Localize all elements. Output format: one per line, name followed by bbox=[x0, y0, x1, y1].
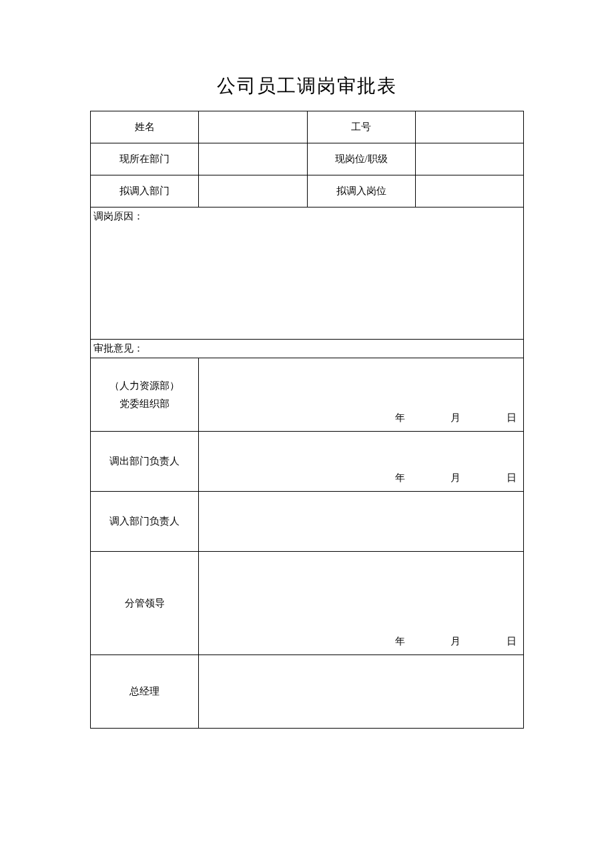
row-target: 拟调入部门 拟调入岗位 bbox=[91, 175, 524, 207]
row-reason-label: 调岗原因： bbox=[91, 207, 524, 226]
row-out-dept: 调出部门负责人 年 月 日 bbox=[91, 432, 524, 492]
approval-form-table: 姓名 工号 现所在部门 现岗位/职级 拟调入部门 拟调入岗位 调岗原因： 审批意… bbox=[90, 111, 524, 729]
name-value[interactable] bbox=[199, 111, 307, 143]
hr-label-line2: 党委组织部 bbox=[119, 398, 170, 409]
in-dept-label: 调入部门负责人 bbox=[91, 492, 199, 552]
row-name-id: 姓名 工号 bbox=[91, 111, 524, 143]
gm-label: 总经理 bbox=[91, 655, 199, 729]
page-title: 公司员工调岗审批表 bbox=[90, 73, 524, 99]
leader-signature-area[interactable]: 年 月 日 bbox=[199, 552, 524, 655]
approval-label: 审批意见： bbox=[91, 340, 524, 358]
out-dept-date-line: 年 月 日 bbox=[352, 472, 517, 484]
row-leader: 分管领导 年 月 日 bbox=[91, 552, 524, 655]
id-label: 工号 bbox=[307, 111, 415, 143]
row-reason-body bbox=[91, 226, 524, 340]
target-pos-label: 拟调入岗位 bbox=[307, 175, 415, 207]
target-dept-value[interactable] bbox=[199, 175, 307, 207]
reason-body[interactable] bbox=[91, 226, 524, 340]
name-label: 姓名 bbox=[91, 111, 199, 143]
current-dept-label: 现所在部门 bbox=[91, 143, 199, 175]
hr-date-line: 年 月 日 bbox=[352, 412, 517, 424]
in-dept-signature-area[interactable] bbox=[199, 492, 524, 552]
row-approval-label: 审批意见： bbox=[91, 340, 524, 358]
hr-label-line1: （人力资源部） bbox=[109, 380, 180, 391]
row-gm: 总经理 bbox=[91, 655, 524, 729]
out-dept-signature-area[interactable]: 年 月 日 bbox=[199, 432, 524, 492]
hr-label: （人力资源部） 党委组织部 bbox=[91, 358, 199, 432]
target-dept-label: 拟调入部门 bbox=[91, 175, 199, 207]
current-pos-value[interactable] bbox=[415, 143, 523, 175]
current-dept-value[interactable] bbox=[199, 143, 307, 175]
leader-label: 分管领导 bbox=[91, 552, 199, 655]
out-dept-label: 调出部门负责人 bbox=[91, 432, 199, 492]
row-in-dept: 调入部门负责人 bbox=[91, 492, 524, 552]
reason-label: 调岗原因： bbox=[91, 207, 524, 226]
row-current: 现所在部门 现岗位/职级 bbox=[91, 143, 524, 175]
gm-signature-area[interactable] bbox=[199, 655, 524, 729]
row-hr: （人力资源部） 党委组织部 年 月 日 bbox=[91, 358, 524, 432]
target-pos-value[interactable] bbox=[415, 175, 523, 207]
current-pos-label: 现岗位/职级 bbox=[307, 143, 415, 175]
hr-signature-area[interactable]: 年 月 日 bbox=[199, 358, 524, 432]
leader-date-line: 年 月 日 bbox=[352, 635, 517, 648]
id-value[interactable] bbox=[415, 111, 523, 143]
